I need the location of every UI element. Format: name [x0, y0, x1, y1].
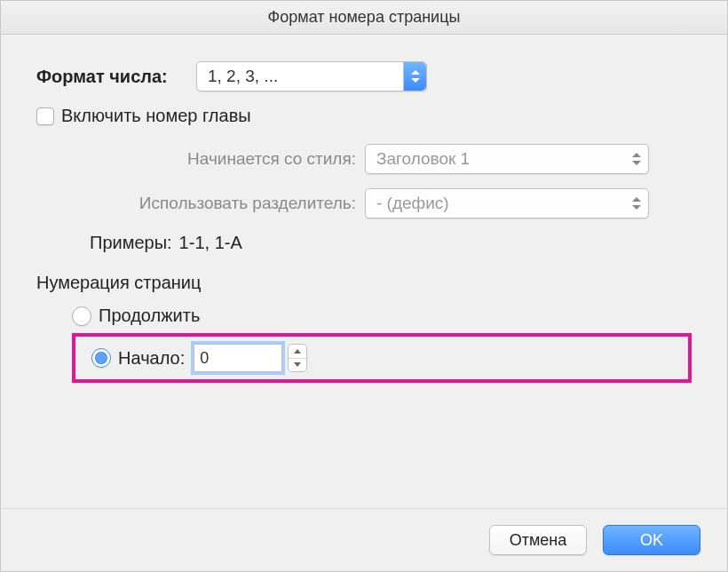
starts-with-style-label: Начинается со стиля: — [36, 149, 365, 169]
include-chapter-label: Включить номер главы — [61, 106, 251, 126]
examples-value: 1-1, 1-A — [179, 233, 242, 253]
number-format-value: 1, 2, 3, ... — [208, 67, 278, 86]
include-chapter-checkbox[interactable] — [36, 107, 54, 125]
separator-select: - (дефис) — [365, 188, 649, 218]
updown-icon — [403, 62, 426, 91]
updown-icon — [632, 189, 641, 218]
start-at-radio[interactable] — [91, 348, 111, 368]
ok-button[interactable]: OK — [603, 525, 700, 555]
updown-icon — [632, 145, 641, 173]
stepper-down[interactable] — [289, 359, 306, 372]
separator-label: Использовать разделитель: — [36, 194, 365, 213]
dialog-footer: Отмена OK — [1, 508, 727, 571]
start-at-stepper[interactable] — [288, 344, 307, 372]
dialog-title: Формат номера страницы — [1, 1, 727, 35]
continue-radio[interactable] — [72, 306, 91, 326]
number-format-label: Формат числа: — [36, 67, 196, 87]
examples-label: Примеры: — [90, 233, 172, 253]
page-number-format-dialog: Формат номера страницы Формат числа: 1, … — [0, 0, 728, 572]
continue-label: Продолжить — [99, 306, 200, 326]
page-numbering-heading: Нумерация страниц — [36, 273, 692, 293]
separator-value: - (дефис) — [376, 194, 449, 213]
dialog-content: Формат числа: 1, 2, 3, ... Включить номе… — [1, 35, 727, 508]
number-format-select[interactable]: 1, 2, 3, ... — [196, 61, 427, 91]
starts-with-style-select: Заголовок 1 — [365, 144, 649, 174]
stepper-up[interactable] — [289, 345, 306, 359]
cancel-button[interactable]: Отмена — [489, 525, 587, 555]
start-at-input[interactable] — [194, 344, 282, 372]
start-at-highlight: Начало: — [72, 333, 692, 383]
starts-with-style-value: Заголовок 1 — [376, 149, 470, 169]
start-at-label: Начало: — [118, 348, 185, 369]
